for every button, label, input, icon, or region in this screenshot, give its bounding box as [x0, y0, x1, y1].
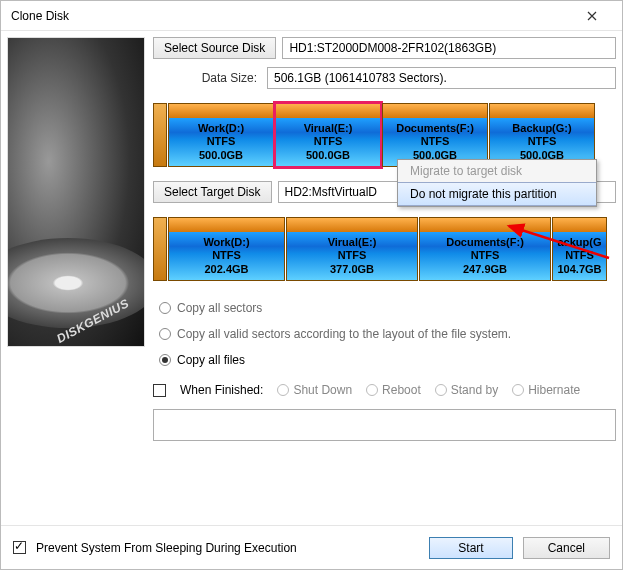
source-partition-block[interactable]: Documents(F:)NTFS500.0GB — [382, 103, 488, 167]
progress-box — [153, 409, 616, 441]
radio-icon — [435, 384, 447, 396]
partition-context-menu: Migrate to target diskDo not migrate thi… — [397, 159, 597, 207]
context-menu-item: Migrate to target disk — [398, 160, 596, 182]
target-partition-block[interactable]: Virual(E:)NTFS377.0GB — [286, 217, 418, 281]
when-finished-checkbox[interactable] — [153, 384, 166, 397]
copy-all-files-label: Copy all files — [177, 353, 245, 367]
partition-info: Work(D:)NTFS500.0GB — [169, 118, 273, 166]
source-partition-block[interactable]: Virual(E:)NTFS500.0GB — [275, 103, 381, 167]
radio-icon — [159, 328, 171, 340]
disk-preview-image: DISKGENIUS — [7, 37, 145, 347]
partition-info: Virual(E:)NTFS377.0GB — [287, 232, 417, 280]
main-panel: Select Source Disk HD1:ST2000DM008-2FR10… — [153, 37, 616, 533]
reboot-radio[interactable]: Reboot — [366, 383, 421, 397]
data-size-field: 506.1GB (1061410783 Sectors). — [267, 67, 616, 89]
radio-icon — [277, 384, 289, 396]
select-target-disk-button[interactable]: Select Target Disk — [153, 181, 272, 203]
dialog-footer: Prevent System From Sleeping During Exec… — [1, 525, 622, 569]
select-source-disk-button[interactable]: Select Source Disk — [153, 37, 276, 59]
radio-icon — [512, 384, 524, 396]
shutdown-radio[interactable]: Shut Down — [277, 383, 352, 397]
prevent-sleep-checkbox[interactable] — [13, 541, 26, 554]
partition-info: Work(D:)NTFS202.4GB — [169, 232, 284, 280]
source-partition-bar: Work(D:)NTFS500.0GBVirual(E:)NTFS500.0GB… — [153, 103, 616, 167]
copy-all-sectors-radio[interactable]: Copy all sectors — [159, 301, 616, 315]
radio-icon — [366, 384, 378, 396]
copy-valid-sectors-label: Copy all valid sectors according to the … — [177, 327, 511, 341]
clone-disk-dialog: Clone Disk DISKGENIUS Select Source Disk… — [0, 0, 623, 570]
when-finished-label: When Finished: — [180, 383, 263, 397]
source-disk-field[interactable]: HD1:ST2000DM008-2FR102(1863GB) — [282, 37, 616, 59]
copy-valid-sectors-radio[interactable]: Copy all valid sectors according to the … — [159, 327, 616, 341]
when-finished-row: When Finished: Shut Down Reboot Stand by… — [153, 383, 616, 397]
source-partition-leading[interactable] — [153, 103, 167, 167]
context-menu-item[interactable]: Do not migrate this partition — [398, 182, 596, 206]
data-size-label: Data Size: — [153, 71, 261, 85]
source-partition-block[interactable]: Work(D:)NTFS500.0GB — [168, 103, 274, 167]
dialog-content: DISKGENIUS Select Source Disk HD1:ST2000… — [1, 31, 622, 539]
standby-radio[interactable]: Stand by — [435, 383, 498, 397]
titlebar: Clone Disk — [1, 1, 622, 31]
close-button[interactable] — [572, 2, 612, 30]
radio-icon — [159, 302, 171, 314]
copy-all-files-radio[interactable]: Copy all files — [159, 353, 616, 367]
radio-icon — [159, 354, 171, 366]
window-title: Clone Disk — [11, 9, 572, 23]
target-partition-leading[interactable] — [153, 217, 167, 281]
copy-all-sectors-label: Copy all sectors — [177, 301, 262, 315]
annotation-arrow — [481, 223, 611, 266]
hibernate-radio[interactable]: Hibernate — [512, 383, 580, 397]
target-partition-block[interactable]: Work(D:)NTFS202.4GB — [168, 217, 285, 281]
cancel-button[interactable]: Cancel — [523, 537, 610, 559]
start-button[interactable]: Start — [429, 537, 512, 559]
source-partition-block[interactable]: Backup(G:)NTFS500.0GB — [489, 103, 595, 167]
close-icon — [587, 11, 597, 21]
prevent-sleep-label: Prevent System From Sleeping During Exec… — [36, 541, 297, 555]
partition-info: Virual(E:)NTFS500.0GB — [276, 118, 380, 166]
